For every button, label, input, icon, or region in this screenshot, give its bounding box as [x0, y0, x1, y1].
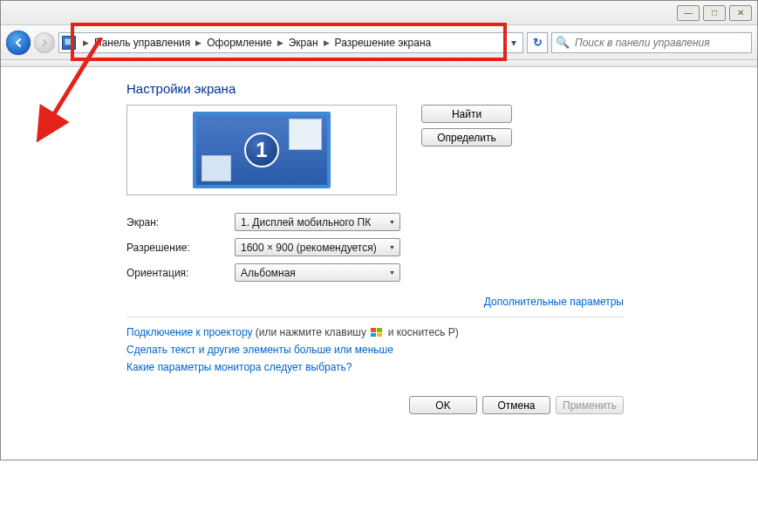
breadcrumb-item-cp[interactable]: Панель управления	[92, 33, 192, 52]
menubar	[1, 60, 757, 67]
maximize-button[interactable]: □	[703, 5, 726, 21]
apply-button[interactable]: Применить	[556, 396, 624, 414]
control-panel-window: — □ ✕ ▶ Панель управления ▶ Оформление ▶…	[0, 0, 758, 460]
display-row: Экран: 1. Дисплей мобильного ПК	[126, 213, 624, 231]
address-bar[interactable]: ▶ Панель управления ▶ Оформление ▶ Экран…	[58, 32, 523, 53]
textsize-line: Сделать текст и другие элементы больше и…	[126, 344, 624, 356]
display-select[interactable]: 1. Дисплей мобильного ПК	[235, 213, 400, 231]
minimize-button[interactable]: —	[677, 5, 700, 21]
breadcrumb-item-display[interactable]: Экран	[287, 33, 320, 52]
preview-side-buttons: Найти Определить	[421, 105, 512, 147]
cancel-button[interactable]: Отмена	[482, 396, 550, 414]
navigation-bar: ▶ Панель управления ▶ Оформление ▶ Экран…	[1, 25, 757, 60]
content-area: Настройки экрана 1 Найти Определить Экра…	[1, 67, 757, 460]
dialog-buttons: OK Отмена Применить	[126, 396, 624, 414]
monitor-params-link[interactable]: Какие параметры монитора следует выбрать…	[126, 361, 352, 373]
identify-button[interactable]: Определить	[421, 128, 512, 147]
settings-panel: 1 Найти Определить Экран: 1. Дисплей моб…	[126, 105, 624, 414]
monitor-number-badge: 1	[244, 133, 279, 167]
display-select-value: 1. Дисплей мобильного ПК	[241, 216, 371, 228]
projector-line: Подключение к проектору (или нажмите кла…	[126, 326, 624, 338]
monitor-params-line: Какие параметры монитора следует выбрать…	[126, 361, 624, 373]
search-box[interactable]: 🔍	[551, 32, 752, 53]
titlebar: — □ ✕	[1, 1, 757, 25]
back-button[interactable]	[6, 31, 31, 55]
resolution-select[interactable]: 1600 × 900 (рекомендуется)	[235, 238, 400, 256]
refresh-button[interactable]: ↻	[527, 32, 548, 53]
control-panel-icon	[62, 36, 76, 50]
projector-hint-a: (или нажмите клавишу	[256, 326, 366, 338]
find-button[interactable]: Найти	[421, 105, 512, 123]
search-input[interactable]	[573, 36, 748, 50]
monitor-sample-window	[289, 119, 322, 150]
resolution-row: Разрешение: 1600 × 900 (рекомендуется)	[126, 238, 624, 256]
breadcrumb-separator: ▶	[274, 38, 287, 47]
display-label: Экран:	[126, 216, 235, 228]
windows-key-icon	[371, 328, 383, 338]
search-icon: 🔍	[556, 36, 570, 49]
breadcrumb-item-appearance[interactable]: Оформление	[205, 33, 273, 52]
address-dropdown-icon[interactable]: ▾	[508, 37, 520, 49]
orientation-select-value: Альбомная	[241, 267, 296, 279]
monitor-preview-box[interactable]: 1	[126, 105, 397, 195]
connect-projector-link[interactable]: Подключение к проектору	[126, 326, 253, 338]
projector-hint-b: и коснитесь P)	[388, 326, 459, 338]
ok-button[interactable]: OK	[409, 396, 477, 414]
textsize-link[interactable]: Сделать текст и другие элементы больше и…	[126, 344, 393, 356]
breadcrumb-separator: ▶	[192, 38, 205, 47]
resolution-label: Разрешение:	[126, 242, 235, 254]
resolution-select-value: 1600 × 900 (рекомендуется)	[241, 242, 377, 254]
orientation-label: Ориентация:	[126, 267, 235, 279]
monitor-sample-window	[201, 155, 231, 181]
svg-rect-0	[65, 39, 72, 44]
breadcrumb-separator: ▶	[320, 38, 333, 47]
close-button[interactable]: ✕	[729, 5, 752, 21]
advanced-settings-link[interactable]: Дополнительные параметры	[484, 296, 624, 308]
orientation-row: Ориентация: Альбомная	[126, 263, 624, 282]
breadcrumb-item-resolution[interactable]: Разрешение экрана	[333, 33, 434, 52]
advanced-link-row: Дополнительные параметры	[126, 296, 624, 308]
preview-row: 1 Найти Определить	[126, 105, 624, 195]
breadcrumb-separator: ▶	[79, 38, 92, 47]
monitor-thumbnail[interactable]: 1	[193, 112, 331, 188]
orientation-select[interactable]: Альбомная	[235, 263, 400, 282]
page-title: Настройки экрана	[126, 81, 757, 96]
forward-button[interactable]	[34, 32, 55, 53]
divider	[126, 317, 624, 317]
